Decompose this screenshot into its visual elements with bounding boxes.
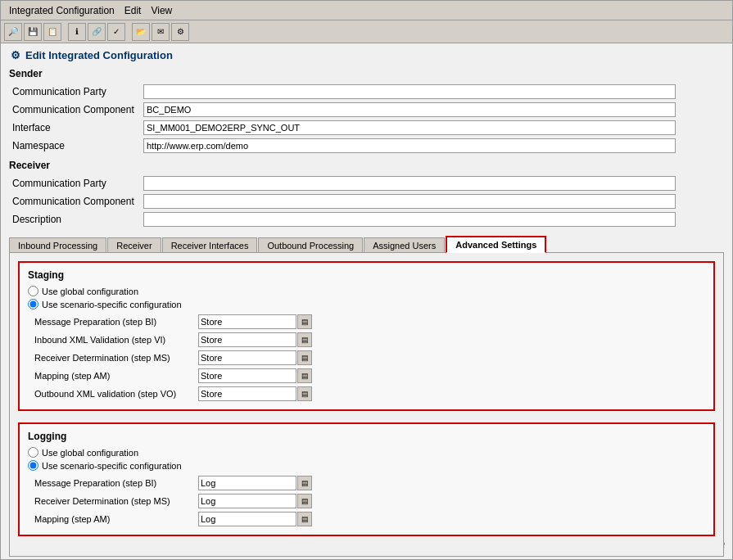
staging-global-radio[interactable]	[28, 286, 38, 296]
logging-msg-prep-input[interactable]	[198, 476, 296, 490]
logging-specific-row: Use scenario-specific configuration	[28, 460, 705, 471]
staging-msg-prep-label: Message Preparation (step BI)	[31, 313, 195, 331]
staging-row-mapping: Mapping (step AM) ▤	[31, 367, 315, 385]
staging-receiver-det-btn[interactable]: ▤	[297, 350, 312, 365]
logging-mapping-input[interactable]	[198, 512, 296, 526]
staging-msg-prep-btn[interactable]: ▤	[297, 314, 312, 329]
staging-global-row: Use global configuration	[28, 286, 705, 296]
staging-global-label: Use global configuration	[42, 287, 138, 296]
tab-receiver-interfaces[interactable]: Receiver Interfaces	[162, 237, 258, 253]
logging-specific-label: Use scenario-specific configuration	[42, 461, 182, 471]
logging-global-label: Use global configuration	[42, 448, 138, 458]
tab-advanced-settings[interactable]: Advanced Settings	[446, 236, 546, 253]
logging-config-table: Message Preparation (step BI) ▤ Receiver…	[31, 474, 315, 528]
info-button[interactable]: ℹ	[68, 23, 86, 41]
logging-receiver-det-container: ▤	[198, 494, 312, 508]
staging-mapping-container: ▤	[198, 368, 312, 383]
logging-specific-radio[interactable]	[28, 460, 38, 471]
sender-interface-input[interactable]	[143, 120, 676, 135]
logging-msg-prep-btn[interactable]: ▤	[297, 476, 312, 490]
copy-button[interactable]: 📋	[43, 23, 61, 41]
tab-outbound-processing[interactable]: Outbound Processing	[258, 237, 363, 253]
main-window: Integrated Configuration Edit View 🔎 💾 📋…	[0, 0, 733, 560]
sender-comm-component-label: Communication Component	[9, 101, 140, 119]
sender-namespace-label: Namespace	[9, 137, 140, 155]
settings-button[interactable]: ⚙	[171, 23, 189, 41]
staging-outbound-xml-label: Outbound XML validation (step VO)	[31, 385, 195, 403]
link-button[interactable]: 🔗	[88, 23, 106, 41]
staging-row-msg-prep: Message Preparation (step BI) ▤	[31, 313, 315, 331]
sender-namespace-input[interactable]	[143, 138, 676, 153]
logging-mapping-container: ▤	[198, 512, 312, 526]
logging-receiver-det-label: Receiver Determination (step MS)	[31, 492, 195, 510]
find-button[interactable]: 🔎	[4, 23, 22, 41]
logging-mapping-btn[interactable]: ▤	[297, 512, 312, 526]
staging-specific-label: Use scenario-specific configuration	[42, 300, 182, 309]
page-title-row: ⚙ Edit Integrated Configuration	[9, 48, 724, 61]
staging-msg-prep-input[interactable]	[198, 314, 296, 329]
receiver-comm-party-input[interactable]	[143, 176, 676, 191]
page-title: Edit Integrated Configuration	[25, 49, 173, 61]
receiver-comm-component-label: Communication Component	[9, 192, 140, 210]
receiver-description-input[interactable]	[143, 212, 676, 227]
content-area: ⚙ Edit Integrated Configuration Sender C…	[1, 43, 732, 559]
staging-inbound-xml-btn[interactable]: ▤	[297, 332, 312, 347]
staging-section-box: Staging Use global configuration Use sce…	[18, 261, 715, 411]
tab-receiver[interactable]: Receiver	[107, 237, 161, 253]
staging-row-outbound-xml: Outbound XML validation (step VO) ▤	[31, 385, 315, 403]
logging-title: Logging	[28, 431, 705, 442]
logging-receiver-det-btn[interactable]: ▤	[297, 494, 312, 508]
staging-row-receiver-det: Receiver Determination (step MS) ▤	[31, 349, 315, 367]
tabs-container: Inbound Processing Receiver Receiver Int…	[9, 235, 724, 252]
staging-mapping-btn[interactable]: ▤	[297, 368, 312, 383]
sender-form-table: Communication Party Communication Compon…	[9, 83, 724, 155]
logging-row-receiver-det: Receiver Determination (step MS) ▤	[31, 492, 315, 510]
menu-view[interactable]: View	[146, 3, 177, 18]
form-row-sender-interface: Interface	[9, 119, 724, 137]
sender-comm-party-label: Communication Party	[9, 83, 140, 101]
logging-section-box: Logging Use global configuration Use sce…	[18, 422, 715, 536]
receiver-comm-party-label: Communication Party	[9, 174, 140, 192]
save-button[interactable]: 💾	[24, 23, 42, 41]
check-button[interactable]: ✓	[107, 23, 125, 41]
logging-msg-prep-container: ▤	[198, 476, 312, 490]
receiver-comm-component-input[interactable]	[143, 194, 676, 209]
receiver-form-table: Communication Party Communication Compon…	[9, 174, 724, 228]
open-button[interactable]: 📂	[132, 23, 150, 41]
logging-global-row: Use global configuration	[28, 447, 705, 458]
logging-row-mapping: Mapping (step AM) ▤	[31, 510, 315, 528]
staging-outbound-xml-btn[interactable]: ▤	[297, 386, 312, 401]
staging-mapping-input[interactable]	[198, 368, 296, 383]
mail-button[interactable]: ✉	[152, 23, 170, 41]
receiver-section-title: Receiver	[9, 160, 724, 171]
logging-receiver-det-input[interactable]	[198, 494, 296, 508]
staging-mapping-label: Mapping (step AM)	[31, 367, 195, 385]
staging-specific-radio[interactable]	[28, 299, 38, 309]
staging-inbound-xml-input[interactable]	[198, 332, 296, 347]
logging-msg-prep-label: Message Preparation (step BI)	[31, 474, 195, 492]
menubar: Integrated Configuration Edit View	[1, 1, 732, 20]
staging-row-inbound-xml: Inbound XML Validation (step VI) ▤	[31, 331, 315, 349]
staging-outbound-xml-input[interactable]	[198, 386, 296, 401]
menu-edit[interactable]: Edit	[120, 3, 147, 18]
tab-inbound-processing[interactable]: Inbound Processing	[9, 237, 106, 253]
form-row-receiver-description: Description	[9, 210, 724, 228]
form-row-receiver-comm-component: Communication Component	[9, 192, 724, 210]
receiver-description-label: Description	[9, 210, 140, 228]
sender-comm-component-input[interactable]	[143, 102, 676, 117]
logging-row-msg-prep: Message Preparation (step BI) ▤	[31, 474, 315, 492]
staging-specific-row: Use scenario-specific configuration	[28, 299, 705, 309]
form-row-sender-comm-component: Communication Component	[9, 101, 724, 119]
staging-receiver-det-label: Receiver Determination (step MS)	[31, 349, 195, 367]
sender-section-title: Sender	[9, 68, 724, 79]
toolbar: 🔎 💾 📋 ℹ 🔗 ✓ 📂 ✉ ⚙	[1, 20, 732, 43]
staging-inbound-xml-container: ▤	[198, 332, 312, 347]
sender-comm-party-input[interactable]	[143, 84, 676, 99]
logging-mapping-label: Mapping (step AM)	[31, 510, 195, 528]
logging-global-radio[interactable]	[28, 447, 38, 458]
menu-integrated-config[interactable]: Integrated Configuration	[4, 3, 120, 18]
staging-msg-prep-container: ▤	[198, 314, 312, 329]
staging-receiver-det-input[interactable]	[198, 350, 296, 365]
staging-config-table: Message Preparation (step BI) ▤ Inbound …	[31, 313, 315, 403]
tab-assigned-users[interactable]: Assigned Users	[364, 237, 445, 253]
